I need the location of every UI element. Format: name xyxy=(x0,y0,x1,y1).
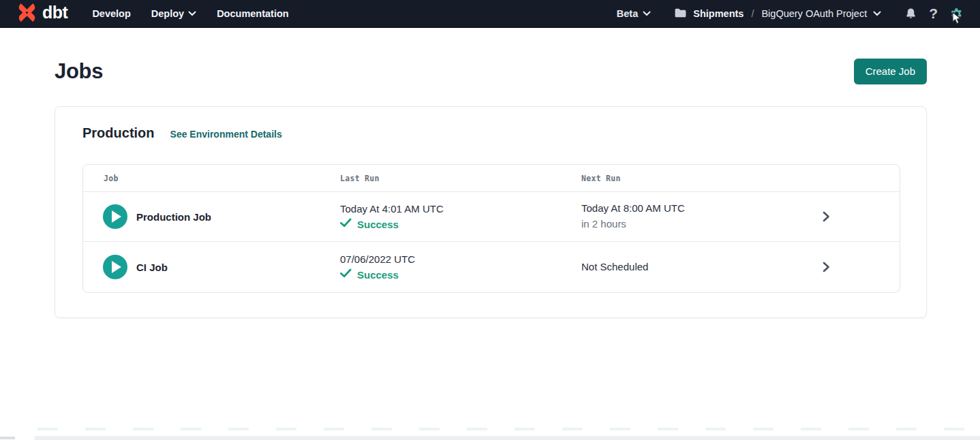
last-run-time: 07/06/2022 UTC xyxy=(340,253,581,266)
chevron-down-icon xyxy=(643,11,651,16)
see-environment-details-link[interactable]: See Environment Details xyxy=(170,129,282,140)
play-icon xyxy=(112,261,121,273)
column-header-last-run: Last Run xyxy=(340,174,581,183)
job-name[interactable]: CI Job xyxy=(136,262,168,273)
breadcrumb-separator: / xyxy=(750,8,755,19)
status-badge: Success xyxy=(357,219,399,230)
nav-item-label: Documentation xyxy=(217,8,289,19)
environment-card: Production See Environment Details Job L… xyxy=(55,106,927,318)
top-navbar: dbt Develop Deploy Documentation Beta xyxy=(0,0,980,28)
beta-dropdown[interactable]: Beta xyxy=(617,8,651,19)
main-nav: Develop Deploy Documentation xyxy=(92,8,288,19)
below-fold-skeleton xyxy=(37,428,980,430)
next-run-time: Not Scheduled xyxy=(581,261,751,274)
play-icon xyxy=(112,210,121,223)
create-job-button[interactable]: Create Job xyxy=(854,59,927,84)
project-breadcrumb[interactable]: Shipments / BigQuery OAuth Project xyxy=(674,7,881,20)
status-badge: Success xyxy=(357,269,399,281)
column-header-next-run: Next Run xyxy=(581,174,751,183)
gear-icon[interactable] xyxy=(949,7,964,21)
page-header: Jobs Create Job xyxy=(55,59,927,84)
beta-label: Beta xyxy=(617,8,638,19)
table-row-ci-job[interactable]: CI Job 07/06/2022 UTC Success Not Schedu… xyxy=(83,242,900,292)
nav-item-label: Develop xyxy=(92,8,130,19)
breadcrumb-account: Shipments xyxy=(693,8,744,19)
run-job-play-button[interactable] xyxy=(103,204,127,229)
dbt-logo[interactable]: dbt xyxy=(16,2,67,26)
check-icon xyxy=(340,268,352,281)
chevron-right-icon[interactable] xyxy=(751,210,900,223)
environment-title: Production xyxy=(82,125,155,141)
check-icon xyxy=(340,218,352,230)
below-fold-blob xyxy=(0,437,15,439)
chevron-right-icon[interactable] xyxy=(751,261,900,273)
help-glyph: ? xyxy=(929,5,938,22)
nav-item-documentation[interactable]: Documentation xyxy=(217,8,289,19)
help-icon[interactable]: ? xyxy=(929,5,938,22)
below-fold-bar xyxy=(34,436,980,440)
next-run-relative: in 2 hours xyxy=(581,218,751,231)
next-run-time: Today At 8:00 AM UTC xyxy=(581,202,751,215)
breadcrumb-project: BigQuery OAuth Project xyxy=(761,8,867,19)
dbt-logo-icon xyxy=(16,2,37,26)
nav-item-label: Deploy xyxy=(151,8,184,19)
nav-item-develop[interactable]: Develop xyxy=(92,8,130,19)
run-job-play-button[interactable] xyxy=(103,255,127,279)
job-name[interactable]: Production Job xyxy=(136,211,211,223)
bell-icon[interactable] xyxy=(904,7,917,20)
chevron-down-icon xyxy=(188,11,196,16)
jobs-table-header: Job Last Run Next Run xyxy=(83,165,900,192)
dbt-logo-wordmark: dbt xyxy=(42,4,67,23)
jobs-table: Job Last Run Next Run Production Job Tod… xyxy=(82,164,900,293)
last-run-time: Today At 4:01 AM UTC xyxy=(340,203,581,216)
nav-item-deploy[interactable]: Deploy xyxy=(151,8,196,19)
column-header-job: Job xyxy=(83,174,340,183)
table-row-production-job[interactable]: Production Job Today At 4:01 AM UTC Succ… xyxy=(83,192,900,242)
page-title: Jobs xyxy=(55,59,103,84)
folder-icon xyxy=(674,7,687,20)
chevron-down-icon xyxy=(873,11,881,16)
